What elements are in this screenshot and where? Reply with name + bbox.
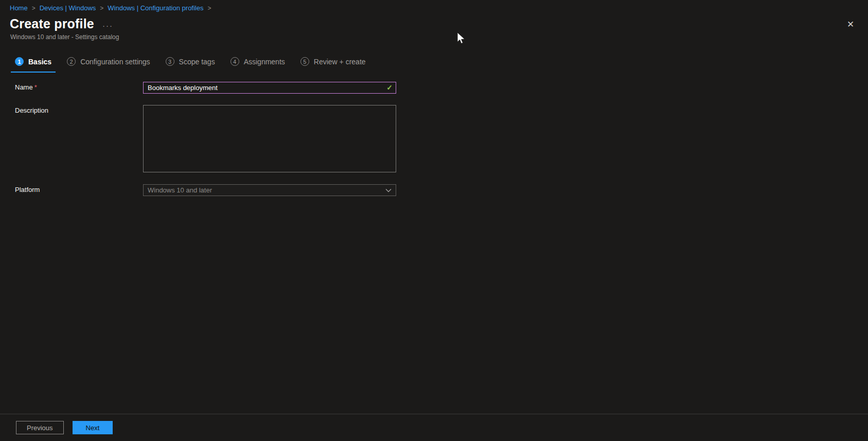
platform-dropdown[interactable]: Windows 10 and later: [143, 184, 396, 196]
breadcrumb-separator: >: [32, 5, 36, 12]
breadcrumb-devices-windows[interactable]: Devices | Windows: [40, 4, 96, 12]
name-label: Name*: [15, 82, 143, 91]
platform-selected-value: Windows 10 and later: [148, 186, 212, 194]
step-label: Review + create: [314, 58, 366, 66]
breadcrumb-home[interactable]: Home: [10, 4, 28, 12]
create-profile-page: Home > Devices | Windows > Windows | Con…: [0, 0, 868, 441]
next-button[interactable]: Next: [73, 421, 113, 434]
step-number-badge: 4: [231, 57, 239, 66]
step-number-badge: 5: [300, 57, 309, 66]
step-number-badge: 3: [166, 57, 174, 66]
step-label: Basics: [28, 58, 51, 66]
name-input[interactable]: [143, 82, 396, 94]
basics-form: Name* ✓ Description Platform Windows 10 …: [15, 82, 868, 196]
tab-assignments[interactable]: 4 Assignments: [226, 54, 289, 73]
name-label-text: Name: [15, 83, 33, 91]
breadcrumb: Home > Devices | Windows > Windows | Con…: [0, 0, 868, 12]
chevron-down-icon: [385, 188, 392, 192]
tab-configuration-settings[interactable]: 2 Configuration settings: [63, 54, 154, 73]
description-label: Description: [15, 105, 143, 114]
step-label: Assignments: [244, 58, 285, 66]
tab-review-create[interactable]: 5 Review + create: [296, 54, 370, 73]
close-icon[interactable]: ✕: [843, 17, 858, 32]
step-label: Scope tags: [179, 58, 215, 66]
description-field-wrap: [143, 105, 396, 174]
platform-row: Platform Windows 10 and later: [15, 184, 868, 196]
tab-scope-tags[interactable]: 3 Scope tags: [162, 54, 219, 73]
more-options-button[interactable]: ···: [102, 21, 113, 30]
wizard-footer: Previous Next: [0, 414, 868, 441]
page-title: Create profile: [10, 16, 94, 31]
tab-basics[interactable]: 1 Basics: [11, 54, 56, 73]
step-number-badge: 1: [15, 57, 24, 66]
name-field-wrap: ✓: [143, 82, 396, 94]
step-label: Configuration settings: [80, 58, 150, 66]
required-asterisk: *: [34, 83, 37, 91]
step-number-badge: 2: [67, 57, 76, 66]
description-textarea[interactable]: [143, 105, 396, 172]
name-row: Name* ✓: [15, 82, 868, 94]
description-row: Description: [15, 105, 868, 174]
breadcrumb-separator: >: [207, 5, 211, 12]
page-header: Create profile ···: [0, 16, 868, 31]
page-subtitle: Windows 10 and later - Settings catalog: [0, 33, 868, 41]
platform-label: Platform: [15, 184, 143, 193]
breadcrumb-separator: >: [100, 5, 103, 12]
previous-button[interactable]: Previous: [16, 421, 64, 434]
wizard-steps: 1 Basics 2 Configuration settings 3 Scop…: [11, 54, 868, 73]
breadcrumb-configuration-profiles[interactable]: Windows | Configuration profiles: [108, 4, 203, 12]
